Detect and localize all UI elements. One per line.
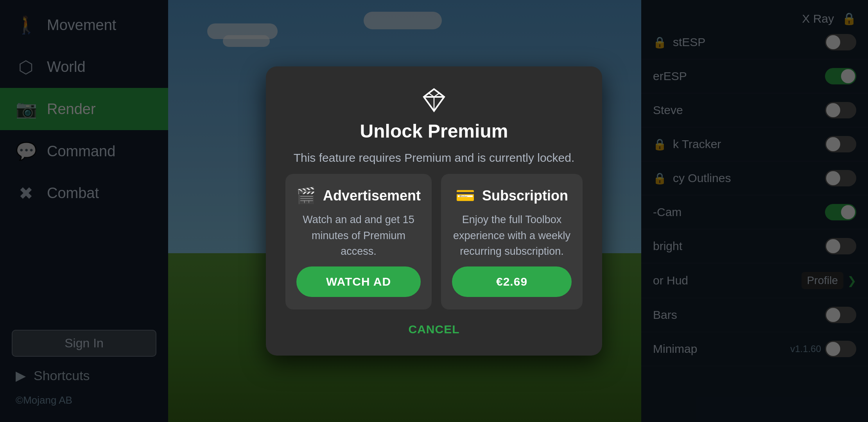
modal-title: Unlock Premium (360, 120, 508, 142)
sub-card-description: Enjoy the full Toolbox experience with a… (452, 212, 572, 259)
ad-card-description: Watch an ad and get 15 minutes of Premiu… (296, 212, 421, 259)
ad-icon: 🎬 (296, 186, 316, 205)
subscribe-button[interactable]: €2.69 (452, 266, 572, 297)
cancel-button[interactable]: CANCEL (393, 319, 475, 340)
ad-card-title: Advertisement (323, 188, 421, 204)
subscription-card: 💳 Subscription Enjoy the full Toolbox ex… (441, 174, 583, 309)
subscription-icon: 💳 (456, 186, 475, 205)
watch-ad-button[interactable]: WATCH AD (296, 266, 421, 297)
modal-cards: 🎬 Advertisement Watch an ad and get 15 m… (285, 174, 583, 309)
modal-overlay[interactable]: Unlock Premium This feature requires Pre… (0, 0, 868, 422)
advertisement-card: 🎬 Advertisement Watch an ad and get 15 m… (285, 174, 432, 309)
modal-subtitle: This feature requires Premium and is cur… (294, 151, 575, 165)
diamond-icon (420, 86, 448, 114)
sub-card-title: Subscription (482, 188, 568, 204)
ad-card-header: 🎬 Advertisement (296, 186, 421, 205)
modal-header: Unlock Premium (360, 86, 508, 142)
unlock-premium-modal: Unlock Premium This feature requires Pre… (266, 66, 602, 356)
sub-card-header: 💳 Subscription (456, 186, 568, 205)
